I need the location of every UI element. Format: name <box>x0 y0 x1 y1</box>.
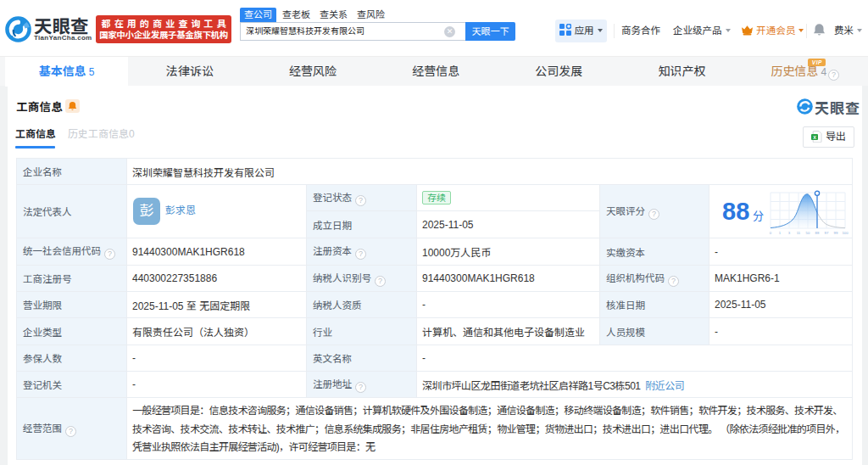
svg-text:11: 11 <box>797 231 801 235</box>
svg-text:50: 50 <box>806 231 810 235</box>
svg-text:99: 99 <box>834 231 838 235</box>
svg-text:97: 97 <box>825 231 829 235</box>
svg-text:X: X <box>813 135 816 140</box>
svg-text:100: 100 <box>842 231 849 235</box>
svg-text:3: 3 <box>788 231 791 235</box>
svg-text:0: 0 <box>770 231 772 235</box>
svg-text:1: 1 <box>779 231 782 235</box>
svg-text:88: 88 <box>815 231 820 235</box>
